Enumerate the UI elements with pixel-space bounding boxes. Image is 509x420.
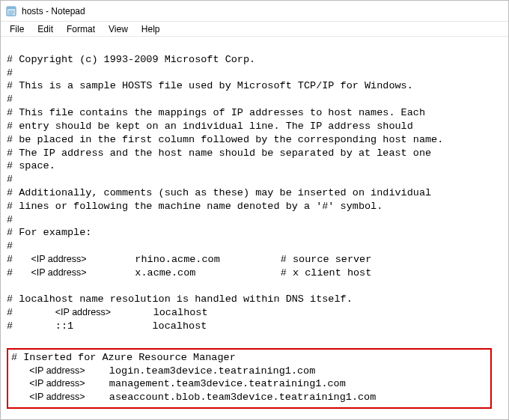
svg-rect-1 [7,7,16,9]
text-area[interactable]: # Copyright (c) 1993-2009 Microsoft Corp… [1,37,508,420]
titlebar: hosts - Notepad [1,1,508,22]
hosts-line: # [7,94,13,105]
hosts-line: # <IP address> x.acme.com # x client hos… [7,267,371,279]
menu-edit[interactable]: Edit [31,22,59,36]
menu-file[interactable]: File [4,22,30,36]
ip-placeholder: <IP address> [29,365,85,376]
ip-placeholder: <IP address> [31,254,86,264]
hosts-line: # [7,174,13,185]
hosts-line: # This file contains the mappings of IP … [7,107,425,118]
hosts-line: # localhost name resolution is handled w… [7,293,353,305]
hosts-line: # entry should be kept on an individual … [7,121,413,132]
window-title: hosts - Notepad [22,6,85,16]
ip-placeholder: <IP address> [31,267,86,278]
hosts-line: # This is a sample HOSTS file used by Mi… [7,80,413,91]
hosts-line: # space. [7,160,55,171]
hosts-line: <IP address> login.team3device.teatraini… [11,365,315,377]
hosts-line: # Copyright (c) 1993-2009 Microsoft Corp… [7,54,255,65]
hosts-line: # <IP address> rhino.acme.com # source s… [7,254,371,265]
hosts-line: # lines or following the machine name de… [7,201,382,212]
menu-help[interactable]: Help [135,22,166,36]
hosts-line: # Inserted for Azure Resource Manager [11,352,236,363]
highlight-annotation: # Inserted for Azure Resource Manager <I… [7,348,492,409]
ip-placeholder: <IP address> [29,392,85,402]
menu-format[interactable]: Format [61,22,101,36]
hosts-line: # [7,67,13,79]
menu-view[interactable]: View [103,22,134,36]
hosts-line: <IP address> management.team3device.teat… [11,378,346,389]
hosts-line: # For example: [7,227,91,238]
notepad-icon [5,5,17,17]
hosts-line: # Additionally, comments (such as these)… [7,187,431,198]
ip-placeholder: <IP address> [55,307,111,317]
menubar: File Edit Format View Help [1,22,508,37]
hosts-line: # [7,240,13,252]
hosts-line: <IP address> aseaccount.blob.team3device… [11,392,376,403]
ip-placeholder: <IP address> [29,378,85,389]
hosts-line: # be placed in the first column followed… [7,134,443,145]
hosts-line: # <IP address> localhost [7,307,208,318]
hosts-line: # The IP address and the host name shoul… [7,147,431,159]
hosts-line: # ::1 localhost [7,320,207,332]
hosts-line: # [7,214,13,225]
